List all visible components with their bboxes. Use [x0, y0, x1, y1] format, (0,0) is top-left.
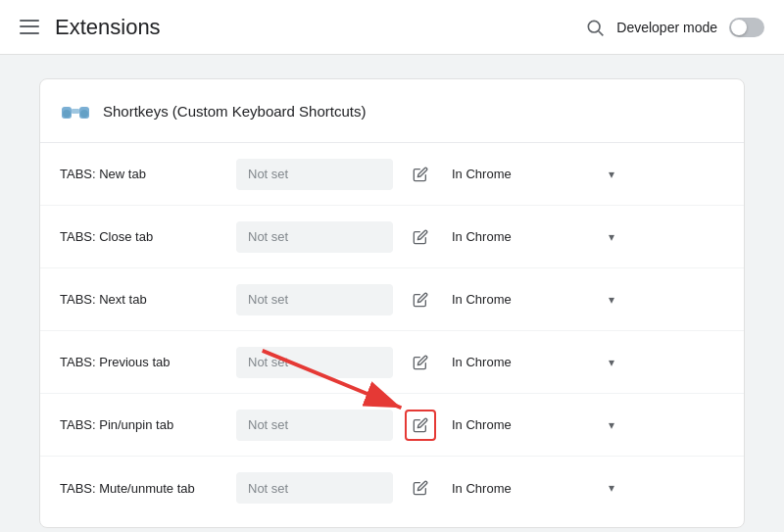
- svg-point-5: [63, 110, 71, 118]
- shortcut-label-prev-tab: TABS: Previous tab: [60, 355, 236, 369]
- shortcut-input-mute-tab[interactable]: [236, 472, 393, 504]
- shortcut-label-pin-tab: TABS: Pin/unpin tab: [60, 417, 236, 432]
- extension-header: Shortkeys (Custom Keyboard Shortcuts): [40, 79, 744, 143]
- shortcut-input-pin-tab[interactable]: [236, 410, 393, 441]
- edit-button-new-tab[interactable]: [405, 159, 436, 190]
- page-title: Extensions: [55, 15, 585, 40]
- edit-button-next-tab[interactable]: [405, 284, 436, 315]
- scope-select-prev-tab[interactable]: In Chrome: [448, 347, 605, 378]
- extension-card: Shortkeys (Custom Keyboard Shortcuts) TA…: [39, 78, 745, 528]
- scope-select-pin-tab[interactable]: In Chrome: [448, 410, 605, 441]
- shortcut-row-next-tab: TABS: Next tab In Chrome: [40, 268, 744, 331]
- shortcut-label-next-tab: TABS: Next tab: [60, 292, 236, 307]
- shortcut-row-mute-tab: TABS: Mute/unmute tab In Chrome: [40, 457, 744, 519]
- shortcut-input-prev-tab[interactable]: [236, 347, 393, 378]
- scope-wrapper-new-tab: In Chrome: [448, 159, 614, 190]
- search-icon[interactable]: [585, 18, 605, 37]
- edit-button-mute-tab[interactable]: [405, 472, 436, 504]
- header-actions: Developer mode: [585, 18, 764, 37]
- developer-mode-label: Developer mode: [616, 20, 717, 35]
- scope-wrapper-close-tab: In Chrome: [448, 221, 614, 253]
- shortcut-row-new-tab: TABS: New tab In Chrome: [40, 143, 744, 206]
- scope-select-mute-tab[interactable]: In Chrome: [448, 472, 605, 504]
- edit-button-prev-tab[interactable]: [405, 347, 436, 378]
- edit-button-pin-tab[interactable]: [405, 410, 436, 441]
- shortcut-label-new-tab: TABS: New tab: [60, 167, 236, 181]
- shortcut-label-mute-tab: TABS: Mute/unmute tab: [60, 481, 236, 496]
- svg-line-1: [599, 30, 604, 35]
- shortcut-row-pin-tab: TABS: Pin/unpin tab In Chrome: [40, 394, 744, 457]
- scope-wrapper-prev-tab: In Chrome: [448, 347, 614, 378]
- developer-mode-toggle[interactable]: [729, 18, 764, 37]
- scope-select-close-tab[interactable]: In Chrome: [448, 221, 605, 253]
- shortcut-label-close-tab: TABS: Close tab: [60, 229, 236, 244]
- extension-icon: [60, 95, 91, 126]
- shortcut-input-close-tab[interactable]: [236, 221, 393, 253]
- shortcut-input-next-tab[interactable]: [236, 284, 393, 315]
- shortcuts-list: TABS: New tab In ChromeTABS: Close tab I…: [40, 143, 744, 519]
- scope-select-new-tab[interactable]: In Chrome: [448, 159, 605, 190]
- page-header: Extensions Developer mode: [0, 0, 784, 55]
- shortcut-row-prev-tab: TABS: Previous tab In Chrome: [40, 331, 744, 394]
- extension-title: Shortkeys (Custom Keyboard Shortcuts): [103, 103, 366, 120]
- scope-wrapper-pin-tab: In Chrome: [448, 410, 614, 441]
- shortcut-row-close-tab: TABS: Close tab In Chrome: [40, 206, 744, 268]
- edit-button-close-tab[interactable]: [405, 221, 436, 253]
- hamburger-menu-icon[interactable]: [20, 18, 39, 37]
- scope-select-next-tab[interactable]: In Chrome: [448, 284, 605, 315]
- svg-point-6: [80, 110, 88, 118]
- scope-wrapper-next-tab: In Chrome: [448, 284, 614, 315]
- shortcut-input-new-tab[interactable]: [236, 159, 393, 190]
- svg-rect-4: [72, 109, 79, 114]
- svg-point-0: [589, 21, 601, 32]
- scope-wrapper-mute-tab: In Chrome: [448, 472, 614, 504]
- main-content: Shortkeys (Custom Keyboard Shortcuts) TA…: [0, 55, 784, 532]
